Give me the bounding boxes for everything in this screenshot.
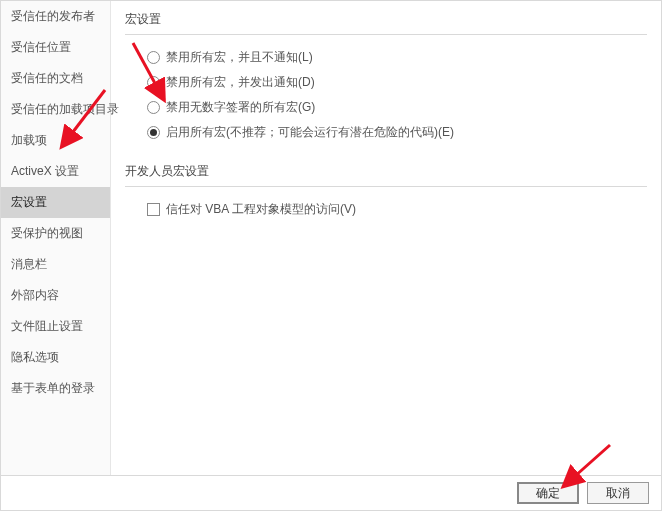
sidebar-item-addins[interactable]: 加载项	[1, 125, 110, 156]
radio-disable-all-no-notify[interactable]: 禁用所有宏，并且不通知(L)	[125, 45, 647, 70]
sidebar-item-trusted-publishers[interactable]: 受信任的发布者	[1, 1, 110, 32]
main-panel: 宏设置 禁用所有宏，并且不通知(L) 禁用所有宏，并发出通知(D) 禁用无数字签…	[111, 1, 661, 475]
radio-label: 禁用所有宏，并发出通知(D)	[166, 74, 315, 91]
sidebar-item-protected-view[interactable]: 受保护的视图	[1, 218, 110, 249]
sidebar-item-label: 加载项	[11, 133, 47, 147]
radio-icon	[147, 51, 160, 64]
trust-center-dialog: 受信任的发布者 受信任位置 受信任的文档 受信任的加载项目录 加载项 Activ…	[0, 0, 662, 476]
sidebar-item-file-block-settings[interactable]: 文件阻止设置	[1, 311, 110, 342]
group-title: 宏设置	[125, 11, 647, 35]
sidebar-item-trusted-addin-catalogs[interactable]: 受信任的加载项目录	[1, 94, 110, 125]
sidebar-item-label: 受保护的视图	[11, 226, 83, 240]
radio-icon	[147, 76, 160, 89]
sidebar-item-privacy-options[interactable]: 隐私选项	[1, 342, 110, 373]
sidebar-item-external-content[interactable]: 外部内容	[1, 280, 110, 311]
group-title: 开发人员宏设置	[125, 163, 647, 187]
radio-disable-all-notify[interactable]: 禁用所有宏，并发出通知(D)	[125, 70, 647, 95]
radio-icon	[147, 126, 160, 139]
sidebar-item-label: 宏设置	[11, 195, 47, 209]
sidebar-item-label: 基于表单的登录	[11, 381, 95, 395]
macro-settings-group: 宏设置 禁用所有宏，并且不通知(L) 禁用所有宏，并发出通知(D) 禁用无数字签…	[125, 11, 647, 145]
radio-label: 禁用无数字签署的所有宏(G)	[166, 99, 315, 116]
checkbox-label: 信任对 VBA 工程对象模型的访问(V)	[166, 201, 356, 218]
sidebar-item-label: 消息栏	[11, 257, 47, 271]
sidebar-item-label: 文件阻止设置	[11, 319, 83, 333]
radio-enable-all[interactable]: 启用所有宏(不推荐；可能会运行有潜在危险的代码)(E)	[125, 120, 647, 145]
sidebar-item-label: ActiveX 设置	[11, 164, 79, 178]
radio-icon	[147, 101, 160, 114]
sidebar-item-label: 受信任的加载项目录	[11, 102, 119, 116]
sidebar-item-label: 受信任的文档	[11, 71, 83, 85]
developer-macro-settings-group: 开发人员宏设置 信任对 VBA 工程对象模型的访问(V)	[125, 163, 647, 222]
sidebar-item-form-based-login[interactable]: 基于表单的登录	[1, 373, 110, 404]
dialog-footer: 确定 取消	[0, 476, 662, 511]
sidebar-item-trusted-locations[interactable]: 受信任位置	[1, 32, 110, 63]
checkbox-trust-vba-model[interactable]: 信任对 VBA 工程对象模型的访问(V)	[125, 197, 647, 222]
radio-label: 启用所有宏(不推荐；可能会运行有潜在危险的代码)(E)	[166, 124, 454, 141]
checkbox-icon	[147, 203, 160, 216]
sidebar-item-message-bar[interactable]: 消息栏	[1, 249, 110, 280]
sidebar-item-label: 受信任位置	[11, 40, 71, 54]
sidebar-item-activex-settings[interactable]: ActiveX 设置	[1, 156, 110, 187]
radio-label: 禁用所有宏，并且不通知(L)	[166, 49, 313, 66]
radio-disable-unsigned[interactable]: 禁用无数字签署的所有宏(G)	[125, 95, 647, 120]
sidebar-item-label: 隐私选项	[11, 350, 59, 364]
category-sidebar: 受信任的发布者 受信任位置 受信任的文档 受信任的加载项目录 加载项 Activ…	[1, 1, 111, 475]
sidebar-item-label: 受信任的发布者	[11, 9, 95, 23]
sidebar-item-label: 外部内容	[11, 288, 59, 302]
sidebar-item-macro-settings[interactable]: 宏设置	[1, 187, 110, 218]
sidebar-item-trusted-documents[interactable]: 受信任的文档	[1, 63, 110, 94]
cancel-button[interactable]: 取消	[587, 482, 649, 504]
ok-button[interactable]: 确定	[517, 482, 579, 504]
